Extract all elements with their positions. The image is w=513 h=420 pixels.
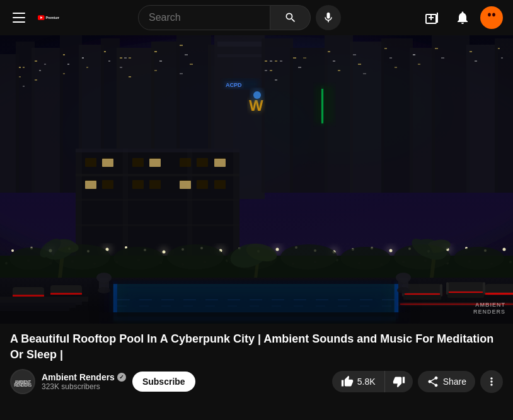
svg-rect-89 (395, 67, 397, 68)
dislike-button[interactable] (385, 371, 413, 392)
svg-rect-92 (435, 48, 438, 49)
more-options-button[interactable] (480, 370, 503, 393)
microphone-icon (322, 11, 335, 24)
svg-point-194 (454, 247, 504, 270)
svg-rect-57 (180, 45, 183, 46)
svg-rect-29 (381, 38, 413, 193)
channel-avatar-image: AMBIENT RENDERS (10, 369, 35, 394)
svg-point-188 (113, 247, 164, 270)
svg-rect-50 (124, 57, 127, 59)
svg-rect-80 (303, 57, 306, 59)
svg-rect-48 (108, 60, 110, 62)
channel-left: AMBIENT RENDERS Ambient Renders ✓ 323K s… (10, 369, 195, 394)
svg-rect-46 (86, 67, 88, 68)
svg-rect-225 (446, 282, 449, 295)
svg-rect-32 (466, 45, 498, 193)
subscriber-count: 323K subscribers (42, 382, 126, 391)
svg-rect-227 (447, 293, 484, 298)
svg-rect-77 (275, 79, 277, 81)
svg-rect-55 (159, 60, 162, 62)
hamburger-menu-button[interactable] (10, 10, 28, 25)
video-player[interactable]: ACPD ACPD W W (0, 35, 513, 324)
svg-rect-49 (120, 57, 122, 59)
header: Premium (0, 0, 513, 35)
youtube-icon: Premium (38, 10, 59, 25)
channel-name[interactable]: Ambient Renders ✓ (42, 372, 126, 382)
svg-point-126 (11, 249, 14, 252)
alien-icon (483, 9, 500, 26)
svg-rect-107 (85, 158, 96, 167)
svg-text:ACPD: ACPD (226, 82, 242, 88)
svg-rect-88 (389, 57, 392, 59)
svg-rect-94 (470, 51, 472, 52)
svg-rect-81 (328, 51, 330, 52)
create-icon (425, 10, 440, 25)
action-buttons: 5.8K Share (332, 370, 503, 393)
svg-rect-30 (410, 48, 435, 193)
svg-rect-37 (23, 86, 25, 87)
watermark: AMBIENT RENDERS (473, 302, 505, 316)
more-vert-icon (485, 375, 498, 388)
svg-rect-117 (149, 180, 161, 189)
svg-text:RENDERS: RENDERS (14, 383, 32, 387)
svg-rect-44 (63, 73, 65, 74)
svg-rect-124 (85, 181, 96, 189)
svg-rect-112 (197, 158, 208, 167)
svg-rect-28 (350, 42, 384, 193)
svg-rect-24 (217, 54, 262, 57)
svg-point-247 (397, 287, 410, 293)
svg-rect-87 (384, 48, 387, 49)
header-right (420, 5, 503, 30)
svg-rect-120 (214, 180, 226, 189)
share-button[interactable]: Share (418, 371, 475, 392)
svg-rect-35 (23, 67, 25, 68)
svg-rect-96 (498, 48, 500, 49)
svg-rect-51 (129, 57, 131, 59)
svg-point-189 (167, 244, 224, 270)
svg-rect-75 (265, 70, 267, 71)
svg-rect-93 (441, 57, 444, 59)
like-button[interactable]: 5.8K (332, 371, 385, 392)
account-avatar[interactable] (480, 6, 503, 29)
search-input[interactable] (149, 12, 260, 23)
voice-search-button[interactable] (316, 5, 341, 30)
svg-rect-106 (76, 224, 239, 226)
svg-rect-226 (483, 282, 485, 295)
svg-rect-103 (76, 149, 239, 152)
svg-rect-91 (418, 64, 420, 65)
svg-rect-66 (321, 89, 323, 123)
svg-rect-56 (154, 70, 157, 71)
verified-badge: ✓ (117, 373, 126, 382)
svg-rect-104 (76, 174, 239, 176)
svg-rect-54 (154, 51, 157, 52)
svg-rect-220 (440, 284, 442, 297)
search-input-wrap (138, 5, 270, 30)
svg-point-5 (492, 13, 495, 16)
channel-avatar[interactable]: AMBIENT RENDERS (10, 369, 35, 394)
like-dislike-group: 5.8K (332, 371, 413, 392)
thumbs-down-icon (393, 375, 405, 388)
subscribe-button[interactable]: Subscribe (132, 372, 195, 392)
svg-rect-74 (280, 60, 282, 62)
video-thumbnail: ACPD ACPD W W (0, 35, 513, 324)
like-count: 5.8K (357, 377, 376, 387)
svg-rect-122 (149, 159, 161, 167)
svg-rect-237 (50, 293, 82, 295)
svg-point-244 (98, 287, 110, 293)
svg-rect-95 (475, 60, 477, 62)
svg-rect-59 (190, 64, 193, 65)
search-button[interactable] (270, 5, 311, 30)
svg-rect-41 (44, 64, 46, 65)
svg-rect-36 (19, 76, 21, 77)
svg-point-192 (340, 247, 391, 270)
create-button[interactable] (420, 5, 445, 30)
svg-rect-123 (214, 159, 226, 167)
svg-point-70 (251, 89, 263, 101)
svg-rect-111 (180, 158, 191, 167)
svg-rect-86 (363, 73, 366, 74)
notifications-button[interactable] (450, 5, 475, 30)
youtube-logo[interactable]: Premium (38, 10, 59, 25)
channel-info: Ambient Renders ✓ 323K subscribers (42, 372, 126, 391)
svg-rect-82 (333, 60, 335, 62)
svg-rect-83 (338, 70, 340, 71)
